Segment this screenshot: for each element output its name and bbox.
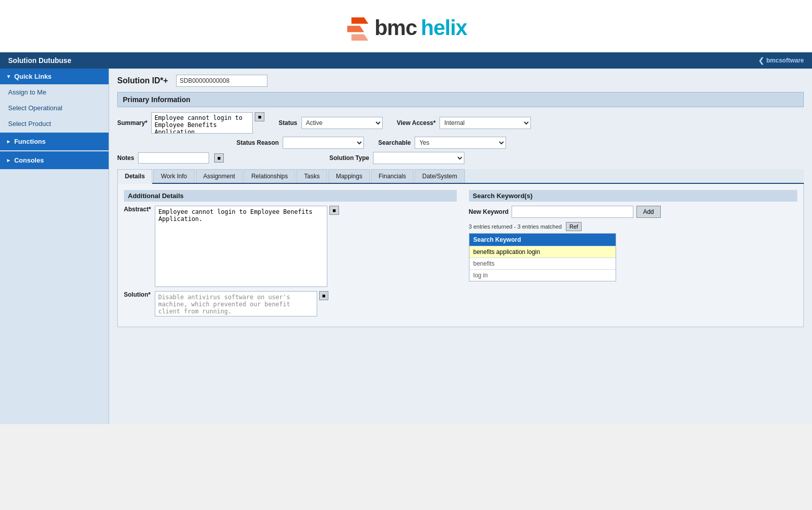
sidebar-consoles-item[interactable]: ► Consoles xyxy=(0,151,109,169)
top-navigation-bar: Solution Dutubuse ❮ bmcsoftware xyxy=(0,52,812,69)
svg-marker-2 xyxy=(351,35,368,41)
primary-row-1: Summary* Employee cannot login to Employ… xyxy=(117,112,804,134)
solution-label: Solution* xyxy=(124,291,151,298)
bmc-chevron-icon xyxy=(345,15,370,41)
tab-content-details: Additional Details Abstract* Employee ca… xyxy=(117,184,804,327)
search-keywords-title: Search Keyword(s) xyxy=(469,190,798,202)
logo-bmc-text: bmc xyxy=(375,16,417,40)
view-access-select[interactable]: Internal xyxy=(439,117,531,129)
solution-id-row: Solution ID*+ xyxy=(117,75,804,87)
solution-field-row: Solution* Disable antivirus software on … xyxy=(124,291,457,316)
select-product-label: Select Product xyxy=(8,120,51,128)
keyword-input-row: New Keyword Add xyxy=(469,206,798,218)
keyword-row-2[interactable]: benefits xyxy=(469,258,616,269)
keyword-table: Search Keyword benefits application logi… xyxy=(469,233,616,281)
tab-relationships[interactable]: Relationships xyxy=(244,169,295,183)
select-operational-label: Select Operational xyxy=(8,104,62,112)
status-select[interactable]: Active xyxy=(301,117,383,129)
brand-name: bmcsoftware xyxy=(766,57,804,64)
summary-input[interactable]: Employee cannot login to Employee Benefi… xyxy=(151,112,253,134)
notes-input[interactable] xyxy=(138,152,209,164)
logo-area: bmc helix xyxy=(0,0,812,52)
page-title: Solution Dutubuse xyxy=(8,56,71,65)
keyword-results-info: 3 entries returned - 3 entries matched R… xyxy=(469,222,798,231)
assign-to-me-label: Assign to Me xyxy=(8,88,46,96)
svg-marker-0 xyxy=(351,17,368,23)
new-keyword-input[interactable] xyxy=(512,206,633,218)
sidebar-item-select-operational[interactable]: Select Operational xyxy=(0,100,109,116)
abstract-edit-button[interactable]: ■ xyxy=(329,206,339,215)
logo-helix-text: helix xyxy=(421,16,467,40)
primary-row-2: Status Reason Searchable Yes xyxy=(117,137,804,149)
add-keyword-button[interactable]: Add xyxy=(636,206,660,218)
abstract-label: Abstract* xyxy=(124,206,151,213)
functions-arrow-icon: ► xyxy=(6,139,11,144)
sidebar-functions-item[interactable]: ► Functions xyxy=(0,133,109,150)
status-label: Status xyxy=(279,119,297,126)
tab-financials[interactable]: Financials xyxy=(371,169,414,183)
additional-details-column: Additional Details Abstract* Employee ca… xyxy=(124,190,457,321)
solution-type-select[interactable] xyxy=(373,152,464,164)
brand-chevron-icon: ❮ xyxy=(758,56,764,65)
tab-work-info[interactable]: Work Info xyxy=(153,169,194,183)
notes-edit-button[interactable]: ■ xyxy=(214,153,224,163)
status-reason-select[interactable] xyxy=(283,137,364,149)
logo-container: bmc helix xyxy=(345,15,467,41)
status-reason-label: Status Reason xyxy=(236,139,279,146)
summary-label: Summary* xyxy=(117,119,147,126)
solution-id-input[interactable] xyxy=(176,75,267,87)
searchable-select[interactable]: Yes xyxy=(415,137,506,149)
searchable-label: Searchable xyxy=(378,139,411,146)
additional-details-title: Additional Details xyxy=(124,190,457,202)
keyword-row-3[interactable]: log in xyxy=(469,269,616,281)
tab-tasks[interactable]: Tasks xyxy=(296,169,327,183)
quick-links-label: Quick Links xyxy=(14,73,52,80)
keyword-row-1[interactable]: benefits application login xyxy=(469,246,616,258)
primary-form: Summary* Employee cannot login to Employ… xyxy=(117,112,804,164)
search-keywords-column: Search Keyword(s) New Keyword Add 3 entr… xyxy=(465,190,798,321)
consoles-label: Consoles xyxy=(14,156,44,164)
solution-edit-button[interactable]: ■ xyxy=(319,291,329,300)
abstract-field-row: Abstract* Employee cannot login to Emplo… xyxy=(124,206,457,287)
tab-assignment[interactable]: Assignment xyxy=(196,169,243,183)
solution-type-label: Solution Type xyxy=(329,154,369,162)
sidebar-item-assign-to-me[interactable]: Assign to Me xyxy=(0,84,109,100)
summary-textarea-container: Employee cannot login to Employee Benefi… xyxy=(151,112,264,134)
tab-mappings[interactable]: Mappings xyxy=(328,169,370,183)
sidebar: ▼ Quick Links Assign to Me Select Operat… xyxy=(0,69,109,424)
consoles-arrow-icon: ► xyxy=(6,157,11,163)
content-area: Solution ID*+ Primary Information Summar… xyxy=(109,69,812,424)
tab-date-system[interactable]: Date/System xyxy=(415,169,465,183)
sidebar-quick-links-header[interactable]: ▼ Quick Links xyxy=(0,69,109,84)
brand-logo: ❮ bmcsoftware xyxy=(758,56,804,65)
quick-links-arrow-icon: ▼ xyxy=(6,74,11,79)
solution-id-label: Solution ID*+ xyxy=(117,76,168,85)
primary-row-3: Notes ■ Solution Type xyxy=(117,152,804,164)
view-access-label: View Access* xyxy=(397,119,436,126)
abstract-input[interactable]: Employee cannot login to Employee Benefi… xyxy=(155,206,327,287)
keyword-table-header: Search Keyword xyxy=(469,234,616,246)
tabs-row: Details Work Info Assignment Relationshi… xyxy=(117,169,804,184)
svg-marker-1 xyxy=(347,26,364,32)
refresh-button[interactable]: Ref xyxy=(566,222,582,231)
results-count-text: 3 entries returned - 3 entries matched xyxy=(469,224,562,230)
notes-label: Notes xyxy=(117,154,134,162)
functions-label: Functions xyxy=(14,138,46,145)
solution-input[interactable]: Disable antivirus software on user's mac… xyxy=(155,291,317,316)
main-layout: ▼ Quick Links Assign to Me Select Operat… xyxy=(0,69,812,424)
summary-edit-button[interactable]: ■ xyxy=(255,112,264,121)
sidebar-item-select-product[interactable]: Select Product xyxy=(0,116,109,132)
tab-details[interactable]: Details xyxy=(117,169,152,184)
form-container: Solution ID*+ Primary Information Summar… xyxy=(109,69,812,333)
primary-info-section-header: Primary Information xyxy=(117,92,804,107)
new-keyword-label: New Keyword xyxy=(469,208,509,215)
